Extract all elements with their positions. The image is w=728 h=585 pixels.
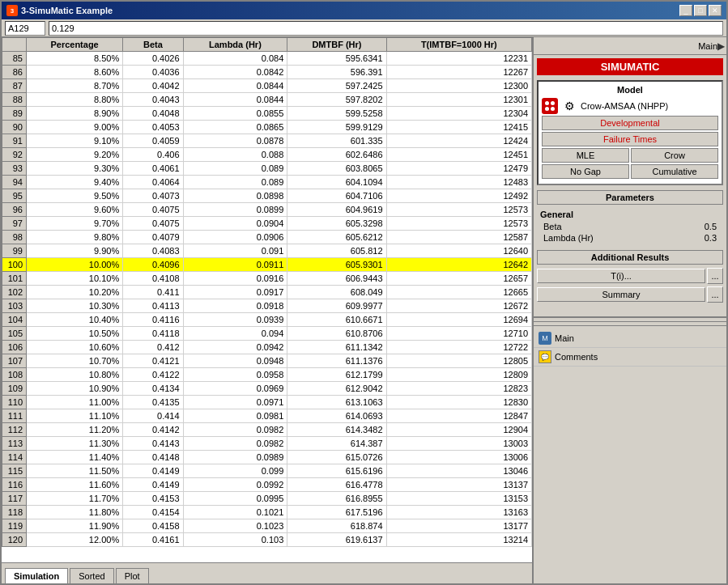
col-percentage: Percentage xyxy=(27,38,123,52)
crow-button[interactable]: Crow xyxy=(631,148,718,163)
table-row[interactable]: 11311.30%0.41430.0982614.38713003 xyxy=(2,437,532,451)
main-bottom-item[interactable]: M Main xyxy=(534,329,726,348)
table-row[interactable]: 939.30%0.40610.089603.806512479 xyxy=(2,162,532,176)
table-row[interactable]: 11711.70%0.41530.0995616.895513153 xyxy=(2,492,532,506)
table-container[interactable]: Percentage Beta Lambda (Hr) DMTBF (Hr) T… xyxy=(2,37,532,562)
titlebar: 3 3-SimuMatic Example _ □ ✕ xyxy=(2,2,726,19)
table-row[interactable]: 10710.70%0.41210.0948611.137612805 xyxy=(2,354,532,368)
param-beta-value: 0.5 xyxy=(705,222,717,231)
table-row[interactable]: 10110.10%0.41080.0916606.944312657 xyxy=(2,272,532,286)
table-row[interactable]: 959.50%0.40730.0898604.710612492 xyxy=(2,189,532,203)
table-row[interactable]: 11011.00%0.41350.0971613.106312830 xyxy=(2,396,532,409)
cell-ref[interactable]: A129 xyxy=(5,21,45,36)
table-row[interactable]: 11411.40%0.41480.0989615.072613006 xyxy=(2,451,532,464)
tab-sorted[interactable]: Sorted xyxy=(70,568,113,583)
table-row[interactable]: 949.40%0.40640.089604.109412483 xyxy=(2,176,532,189)
table-row[interactable]: 909.00%0.40530.0865599.912912415 xyxy=(2,121,532,134)
col-beta: Beta xyxy=(123,38,183,52)
simumatic-title: SIMUMATIC xyxy=(537,58,723,75)
table-row[interactable]: 888.80%0.40430.0844597.820212301 xyxy=(2,93,532,107)
table-row[interactable]: 898.90%0.40480.0855599.525812304 xyxy=(2,107,532,121)
tab-simulation[interactable]: Simulation xyxy=(5,568,68,583)
table-row[interactable]: 11111.10%0.4140.0981614.069312847 xyxy=(2,409,532,423)
cumulative-button[interactable]: Cumulative xyxy=(631,164,718,179)
table-row[interactable]: 999.90%0.40830.091605.81212640 xyxy=(2,244,532,258)
ti-dots-button[interactable]: ... xyxy=(707,268,723,284)
comments-bottom-item[interactable]: 💬 Comments xyxy=(534,348,726,367)
developmental-button[interactable]: Developmental xyxy=(542,116,718,130)
titlebar-buttons[interactable]: _ □ ✕ xyxy=(679,5,722,16)
app-icon: 3 xyxy=(6,5,18,16)
right-bottom: M Main 💬 Comments xyxy=(534,316,726,367)
dice-icon xyxy=(542,98,558,114)
additional-label: Additional Results xyxy=(537,250,723,265)
summary-button[interactable]: Summary xyxy=(537,287,705,302)
model-section: Model ⚙ Crow-AMSAA (NHPP) Developmental … xyxy=(537,80,723,185)
table-row[interactable]: 868.60%0.40360.0842596.39112267 xyxy=(2,66,532,79)
model-options: MLE Crow No Gap Cumulative xyxy=(542,148,718,179)
table-row[interactable]: 11811.80%0.41540.1021617.519613163 xyxy=(2,506,532,519)
param-lambda-name: Lambda (Hr) xyxy=(543,233,594,243)
table-area: Percentage Beta Lambda (Hr) DMTBF (Hr) T… xyxy=(2,37,534,583)
table-row[interactable]: 10810.80%0.41220.0958612.179912809 xyxy=(2,368,532,382)
panel-arrow-icon[interactable]: ▶ xyxy=(717,40,725,52)
cell-value[interactable]: 0.129 xyxy=(49,21,723,36)
tab-plot[interactable]: Plot xyxy=(116,568,149,583)
table-row[interactable]: 10410.40%0.41160.0939610.667112694 xyxy=(2,313,532,327)
param-beta: Beta 0.5 xyxy=(540,221,720,232)
table-row[interactable]: 858.50%0.40260.084595.634112231 xyxy=(2,52,532,66)
table-row[interactable]: 11611.60%0.41490.0992616.477813137 xyxy=(2,478,532,492)
table-row[interactable]: 10210.20%0.4110.0917608.04912665 xyxy=(2,286,532,299)
simumatic-box: SIMUMATIC Model ⚙ Crow-AMSAA (NHPP) Deve… xyxy=(534,55,726,308)
bottom-tabs: Simulation Sorted Plot xyxy=(2,562,532,583)
param-beta-name: Beta xyxy=(543,222,562,231)
table-row[interactable]: 11911.90%0.41580.1023618.87413177 xyxy=(2,519,532,533)
right-panel-header: Main ▶ xyxy=(534,37,726,55)
maximize-button[interactable]: □ xyxy=(694,5,707,16)
ti-row: T(i)... ... xyxy=(537,268,723,284)
comments-bottom-label: Comments xyxy=(555,352,598,362)
close-button[interactable]: ✕ xyxy=(709,5,722,16)
table-row[interactable]: 10310.30%0.41130.0918609.997712672 xyxy=(2,299,532,313)
table-row[interactable]: 10910.90%0.41340.0969612.904212823 xyxy=(2,382,532,396)
cell-bar: A129 0.129 xyxy=(2,19,726,37)
no-gap-button[interactable]: No Gap xyxy=(542,164,629,179)
general-section: General Beta 0.5 Lambda (Hr) 0.3 xyxy=(537,208,723,245)
titlebar-left: 3 3-SimuMatic Example xyxy=(6,5,113,16)
table-row[interactable]: 11511.50%0.41490.099615.619613046 xyxy=(2,464,532,478)
main-content: Percentage Beta Lambda (Hr) DMTBF (Hr) T… xyxy=(2,37,726,583)
table-row[interactable]: 969.60%0.40750.0899604.961912573 xyxy=(2,203,532,217)
additional-section: Additional Results T(i)... ... Summary .… xyxy=(537,250,723,303)
col-t: T(IMTBF=1000 Hr) xyxy=(386,38,531,52)
ti-button[interactable]: T(i)... xyxy=(537,269,705,283)
table-row[interactable]: 10510.50%0.41180.094610.870612710 xyxy=(2,327,532,341)
window-title: 3-SimuMatic Example xyxy=(21,6,113,15)
general-title: General xyxy=(540,210,720,219)
panel-title: Main xyxy=(698,41,717,51)
table-row[interactable]: 878.70%0.40420.0844597.242512300 xyxy=(2,79,532,93)
main-window: 3 3-SimuMatic Example _ □ ✕ A129 0.129 xyxy=(0,0,728,585)
table-row[interactable]: 919.10%0.40590.0878601.33512424 xyxy=(2,134,532,148)
table-row[interactable]: 10610.60%0.4120.0942611.134212722 xyxy=(2,341,532,354)
mle-button[interactable]: MLE xyxy=(542,148,629,163)
table-row[interactable]: 11211.20%0.41420.0982614.348212904 xyxy=(2,423,532,437)
summary-dots-button[interactable]: ... xyxy=(707,286,723,303)
model-label: Model xyxy=(542,85,718,95)
table-row[interactable]: 929.20%0.4060.088602.648612451 xyxy=(2,148,532,162)
table-row[interactable]: 989.80%0.40790.0906605.621212587 xyxy=(2,231,532,244)
failure-times-button[interactable]: Failure Times xyxy=(542,132,718,146)
table-row[interactable]: 10010.00%0.40960.0911605.930112642 xyxy=(2,258,532,272)
main-bottom-label: Main xyxy=(555,333,574,343)
data-table: Percentage Beta Lambda (Hr) DMTBF (Hr) T… xyxy=(2,37,532,547)
model-name: Crow-AMSAA (NHPP) xyxy=(581,101,668,111)
main-icon: M xyxy=(539,332,551,345)
col-dmtbf: DMTBF (Hr) xyxy=(287,38,386,52)
comments-icon: 💬 xyxy=(539,350,551,363)
summary-row: Summary ... xyxy=(537,286,723,303)
col-num xyxy=(2,38,27,52)
table-row[interactable]: 12012.00%0.41610.103619.613713214 xyxy=(2,533,532,547)
table-scroll[interactable]: Percentage Beta Lambda (Hr) DMTBF (Hr) T… xyxy=(2,37,532,562)
right-divider xyxy=(534,321,726,326)
minimize-button[interactable]: _ xyxy=(679,5,692,16)
table-row[interactable]: 979.70%0.40750.0904605.329812573 xyxy=(2,217,532,231)
